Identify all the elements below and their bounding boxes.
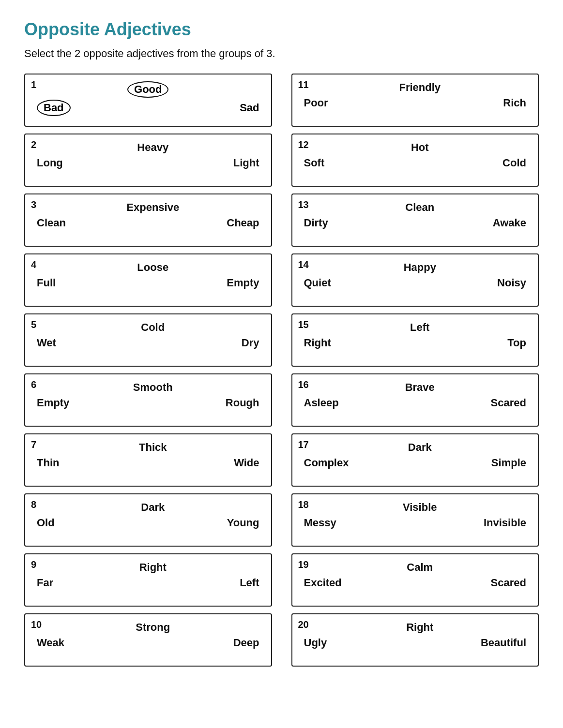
card-word-left: Excited [304, 577, 342, 589]
card-word-right: Sad [240, 102, 259, 114]
card-word-top: Right [396, 621, 433, 634]
card-word-right: Left [240, 577, 259, 589]
card-word-left: Thin [37, 457, 59, 469]
card-word-right: Cold [502, 157, 526, 169]
card-number: 3 [31, 199, 36, 210]
card-number: 19 [298, 559, 309, 570]
card-word-left: Quiet [304, 277, 331, 289]
card-number: 6 [31, 379, 36, 390]
card-word-right: Invisible [484, 517, 526, 529]
card-word-top: Smooth [123, 381, 173, 394]
subtitle: Select the 2 opposite adjectives from th… [24, 47, 539, 60]
card-number: 20 [298, 619, 309, 630]
card-word-right: Deep [233, 637, 259, 649]
card-word-left: Far [37, 577, 53, 589]
card-word-right: Light [233, 157, 259, 169]
card-number: 5 [31, 319, 36, 330]
card-word-top: Dark [131, 501, 165, 514]
adjective-card: 5ColdWetDry [24, 313, 272, 367]
adjective-card: 17DarkComplexSimple [291, 433, 539, 487]
adjective-card: 7ThickThinWide [24, 433, 272, 487]
adjective-card: 14HappyQuietNoisy [291, 253, 539, 307]
card-word-left: Bad [37, 100, 71, 116]
card-word-right: Scared [491, 577, 526, 589]
card-number: 17 [298, 439, 309, 450]
adjective-card: 3ExpensiveCleanCheap [24, 193, 272, 247]
card-word-right: Awake [493, 217, 526, 229]
card-word-left: Complex [304, 457, 349, 469]
card-word-left: Full [37, 277, 56, 289]
card-word-top: Brave [396, 381, 435, 394]
card-number: 9 [31, 559, 36, 570]
card-word-right: Simple [491, 457, 526, 469]
card-number: 15 [298, 319, 309, 330]
card-word-right: Rich [503, 97, 526, 109]
card-word-right: Cheap [227, 217, 259, 229]
card-word-right: Dry [242, 337, 259, 349]
card-word-top: Visible [393, 501, 437, 514]
card-word-right: Young [227, 517, 259, 529]
card-number: 18 [298, 499, 309, 510]
card-number: 4 [31, 259, 36, 270]
adjective-card: 1GoodBadSad [24, 74, 272, 127]
card-word-right: Rough [226, 397, 259, 409]
card-number: 12 [298, 139, 309, 150]
adjective-card: 20RightUglyBeautiful [291, 613, 539, 667]
cards-grid: 1GoodBadSad11FriendlyPoorRich2HeavyLongL… [24, 74, 539, 667]
adjective-card: 19CalmExcitedScared [291, 553, 539, 607]
card-word-left: Right [304, 337, 331, 349]
card-number: 2 [31, 139, 36, 150]
adjective-card: 18VisibleMessyInvisible [291, 493, 539, 547]
card-word-top: Left [400, 321, 429, 334]
card-word-top: Loose [127, 261, 168, 274]
card-word-left: Clean [37, 217, 66, 229]
adjective-card: 8DarkOldYoung [24, 493, 272, 547]
card-word-left: Long [37, 157, 63, 169]
adjective-card: 12HotSoftCold [291, 134, 539, 187]
card-word-left: Ugly [304, 637, 327, 649]
card-number: 1 [31, 79, 36, 90]
card-word-right: Beautiful [481, 637, 526, 649]
card-number: 13 [298, 199, 309, 210]
card-word-top: Good [127, 81, 168, 98]
card-word-top: Heavy [127, 141, 168, 154]
card-word-right: Scared [491, 397, 526, 409]
card-word-right: Wide [234, 457, 259, 469]
card-word-top: Hot [401, 141, 429, 154]
card-number: 8 [31, 499, 36, 510]
adjective-card: 11FriendlyPoorRich [291, 74, 539, 127]
adjective-card: 10StrongWeakDeep [24, 613, 272, 667]
card-word-top: Calm [397, 561, 433, 574]
card-word-top: Clean [396, 201, 434, 214]
card-number: 10 [31, 619, 42, 630]
card-word-top: Thick [129, 441, 167, 454]
card-number: 7 [31, 439, 36, 450]
page-title: Opposite Adjectives [24, 19, 539, 40]
card-word-left: Weak [37, 637, 64, 649]
card-word-right: Noisy [497, 277, 526, 289]
card-word-left: Asleep [304, 397, 339, 409]
card-word-top: Friendly [389, 81, 441, 94]
card-word-left: Messy [304, 517, 336, 529]
card-word-top: Cold [131, 321, 165, 334]
card-word-top: Right [130, 561, 167, 574]
card-word-left: Poor [304, 97, 328, 109]
card-word-left: Old [37, 517, 55, 529]
adjective-card: 13CleanDirtyAwake [291, 193, 539, 247]
card-word-top: Happy [394, 261, 436, 274]
card-word-top: Dark [398, 441, 432, 454]
adjective-card: 15LeftRightTop [291, 313, 539, 367]
card-number: 14 [298, 259, 309, 270]
adjective-card: 9RightFarLeft [24, 553, 272, 607]
card-word-left: Wet [37, 337, 56, 349]
card-word-top: Expensive [117, 201, 179, 214]
card-word-right: Top [507, 337, 526, 349]
adjective-card: 6SmoothEmptyRough [24, 373, 272, 427]
card-word-left: Dirty [304, 217, 328, 229]
card-number: 11 [298, 79, 309, 90]
card-number: 16 [298, 379, 309, 390]
adjective-card: 16BraveAsleepScared [291, 373, 539, 427]
card-word-top: Strong [126, 621, 170, 634]
card-word-left: Empty [37, 397, 69, 409]
card-word-left: Soft [304, 157, 325, 169]
